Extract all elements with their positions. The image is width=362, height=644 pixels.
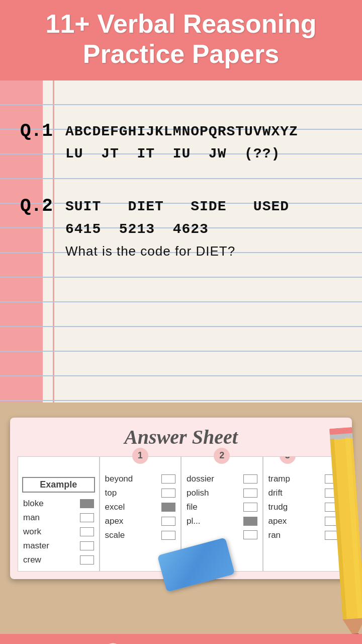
answer-label: master [23,541,49,551]
answer-label: beyond [105,474,133,484]
answer-box[interactable] [243,517,257,526]
answer-box[interactable] [243,503,257,512]
answer-label: polish [187,488,209,498]
answer-label: pl... [187,516,200,526]
answer-label: trudg [268,502,288,512]
question-2-line-3: What is the code for DIET? [65,241,342,262]
answer-label: apex [105,516,124,526]
question-2-line-1: SUIT DIET SIDE USED [65,196,342,218]
answer-box[interactable] [161,531,175,540]
column-number-2: 2 [214,448,230,464]
answer-label: file [187,502,198,512]
list-item: excel [104,500,177,514]
list-item: scale [104,528,177,542]
list-item: man [22,511,95,525]
list-item: beyond [104,472,177,486]
example-header: Example [22,477,95,493]
notebook-area: Q.1 ABCDEFGHIJKLMNOPQRSTUVWXYZ LU JT IT … [0,80,362,403]
question-2-label: Q.2 [20,196,53,216]
header: 11+ Verbal ReasoningPractice Papers [0,0,362,80]
question-1-content: ABCDEFGHIJKLMNOPQRSTUVWXYZ LU JT IT IU J… [65,121,342,166]
answer-box[interactable] [161,489,175,498]
answer-box[interactable] [243,474,257,484]
answer-label: top [105,488,117,498]
answer-label: ran [268,530,281,540]
list-item: work [22,525,95,539]
answer-label: tramp [268,474,290,484]
answer-sheet-title: Answer Sheet [18,425,344,449]
svg-rect-4 [329,427,352,435]
answer-box[interactable] [161,503,175,512]
answer-label: dossier [187,474,214,484]
list-item: file [186,500,258,514]
question-2-line-2: 6415 5213 4623 [65,218,342,241]
question-1-label: Q.1 [20,121,53,141]
answer-label: work [23,527,41,537]
header-title: 11+ Verbal ReasoningPractice Papers [10,9,352,69]
answer-label: excel [105,502,125,512]
list-item: crew [22,553,95,567]
list-item: bloke [22,497,95,511]
answer-box[interactable] [80,513,94,522]
answer-sheet-area: Answer Sheet Example bloke man work [0,403,362,634]
answer-box[interactable] [80,499,94,508]
answer-box[interactable] [161,517,175,526]
list-item: top [104,486,177,500]
answer-label: man [23,513,40,523]
list-item: dossier [186,472,258,486]
question-2-block: Q.2 SUIT DIET SIDE USED 6415 5213 4623 W… [65,191,342,262]
answer-label: bloke [23,499,44,509]
answer-box[interactable] [80,541,94,550]
column-number-1: 1 [132,448,148,464]
question-1-line-1: ABCDEFGHIJKLMNOPQRSTUVWXYZ [65,121,342,143]
answer-box[interactable] [243,530,257,539]
answer-box[interactable] [80,527,94,536]
answer-label: apex [268,516,287,526]
question-1-block: Q.1 ABCDEFGHIJKLMNOPQRSTUVWXYZ LU JT IT … [65,91,342,166]
answer-label: crew [23,555,41,565]
footer: 🧠 11PlusApps.co.uk [0,634,362,644]
question-1-line-2: LU JT IT IU JW (??) [65,143,342,166]
list-item: master [22,539,95,553]
question-2-content: SUIT DIET SIDE USED 6415 5213 4623 What … [65,196,342,262]
answer-box[interactable] [243,489,257,498]
answer-box[interactable] [80,555,94,565]
svg-marker-1 [343,618,362,634]
example-column: Example bloke man work master [18,456,100,572]
answer-box[interactable] [161,474,175,484]
list-item: apex [104,514,177,528]
answer-label: drift [268,488,283,498]
list-item: polish [186,486,258,500]
answer-label: scale [105,530,125,540]
list-item: pl... [186,514,258,528]
